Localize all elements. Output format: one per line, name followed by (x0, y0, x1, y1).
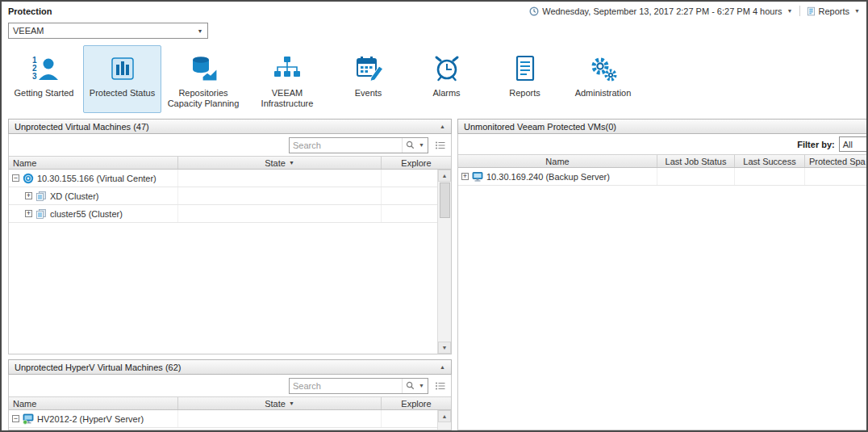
getting-started-icon: 123 (28, 51, 61, 86)
table-header: Name Last Job Status Last Success Protec… (458, 154, 868, 168)
table-row[interactable]: HV2012-2 (HyperV Server) (9, 410, 437, 428)
unmonitored-vms-table: Name Last Job Status Last Success Protec… (458, 154, 868, 430)
right-column: Unmonitored Veeam Protected VMs(0) Filte… (457, 119, 868, 430)
expand-toggle-icon[interactable] (25, 210, 32, 217)
column-header-name[interactable]: Name (9, 157, 178, 169)
ribbon-item-label: Events (355, 88, 382, 99)
ribbon-item-events[interactable]: Events (329, 45, 407, 113)
backup-server-icon (472, 171, 483, 182)
row-name: cluster55 (Cluster) (50, 209, 123, 219)
filter-by-label: Filter by: (797, 140, 834, 149)
explore-cell (382, 170, 437, 187)
table-row[interactable]: cluster55 (Cluster) (9, 205, 437, 223)
expand-toggle-icon[interactable] (461, 173, 469, 180)
dashboard-selector-row: VEEAM (2, 20, 866, 42)
search-box (289, 378, 428, 394)
search-icon (406, 381, 415, 390)
ribbon-item-veeam-infrastructure[interactable]: VEEAM Infrastructure (245, 45, 329, 113)
table-row[interactable]: 10.30.169.240 (Backup Server) (458, 168, 868, 186)
protected-status-icon (106, 51, 139, 86)
collapse-panel-icon[interactable] (440, 124, 445, 129)
alarms-icon (431, 51, 463, 86)
column-header-protected-space[interactable]: Protected Spa (805, 155, 868, 167)
ribbon-item-repositories-capacity-planning[interactable]: Repositories Capacity Planning (161, 45, 245, 113)
time-range-selector[interactable]: Wednesday, September 13, 2017 2:27 PM - … (529, 6, 792, 16)
protection-dashboard: Protection Wednesday, September 13, 2017… (0, 0, 868, 432)
column-header-state[interactable]: State (178, 157, 382, 169)
left-column: Unprotected Virtual Machines (47) (8, 119, 452, 430)
chevron-down-icon (854, 8, 860, 14)
state-cell (178, 410, 382, 427)
explore-cell (382, 205, 437, 222)
table-header: Name State Explore (9, 396, 451, 410)
ribbon-item-label: Administration (575, 88, 632, 99)
filter-select[interactable]: All (839, 136, 868, 152)
ribbon-item-protected-status[interactable]: Protected Status (83, 45, 161, 113)
hyperv-server-icon (23, 413, 34, 425)
table-row[interactable]: 10.30.155.166 (Virtual Center) (9, 170, 437, 187)
ribbon-item-reports[interactable]: Reports (486, 45, 564, 113)
panel-title: Unprotected HyperV Virtual Machines (62) (15, 363, 181, 372)
unprotected-hyperv-table: Name State Explore (9, 396, 451, 430)
panel-body: Name State Explore (8, 375, 452, 430)
ribbon-item-label: Repositories Capacity Planning (165, 88, 241, 109)
search-icon (406, 141, 415, 149)
row-name: HV2012-2 (HyperV Server) (37, 414, 144, 424)
column-header-state[interactable]: State (178, 397, 382, 409)
repositories-capacity-planning-icon (187, 51, 219, 86)
table-row[interactable]: XD (Cluster) (9, 187, 437, 205)
unprotected-hyperv-panel: Unprotected HyperV Virtual Machines (62) (8, 359, 452, 430)
protected-space-cell (805, 168, 868, 185)
grid-toolbar (9, 375, 451, 396)
vertical-scrollbar[interactable] (437, 170, 451, 354)
panel-title: Unprotected Virtual Machines (47) (15, 122, 149, 132)
search-button[interactable] (402, 138, 428, 153)
table-options-button[interactable] (434, 140, 447, 151)
column-header-name[interactable]: Name (9, 397, 178, 409)
collapse-toggle-icon[interactable] (12, 174, 19, 182)
filter-row: Filter by: All (458, 134, 868, 154)
column-header-last-success[interactable]: Last Success (735, 155, 805, 167)
dashboard-selector[interactable]: VEEAM (8, 23, 208, 39)
virtual-center-icon (23, 173, 34, 184)
expand-toggle-icon[interactable] (25, 192, 32, 199)
scroll-down-button[interactable] (438, 342, 451, 354)
ribbon-item-administration[interactable]: Administration (564, 45, 642, 113)
ribbon-item-label: Getting Started (15, 88, 74, 99)
collapse-toggle-icon[interactable] (12, 415, 19, 422)
clock-icon (529, 6, 539, 16)
search-input[interactable] (290, 141, 402, 150)
column-header-explore[interactable]: Explore (382, 397, 451, 409)
table-options-icon (435, 381, 446, 391)
chevron-down-icon (289, 401, 294, 406)
ribbon-item-label: VEEAM Infrastructure (249, 88, 325, 109)
column-header-last-job-status[interactable]: Last Job Status (657, 155, 735, 167)
state-cell (178, 170, 382, 187)
table-header: Name State Explore (9, 156, 451, 170)
column-header-name[interactable]: Name (458, 155, 657, 167)
table-options-button[interactable] (434, 380, 447, 392)
column-header-explore[interactable]: Explore (382, 157, 451, 169)
panel-title: Unmonitored Veeam Protected VMs(0) (464, 122, 616, 132)
chevron-down-icon (787, 8, 793, 14)
main-content: Unprotected Virtual Machines (47) (2, 115, 866, 430)
ribbon-item-getting-started[interactable]: 123 Getting Started (5, 45, 83, 113)
table-body: 10.30.155.166 (Virtual Center) (9, 170, 451, 354)
dashboard-selector-value: VEEAM (13, 26, 44, 36)
panel-body: Name State Explore (8, 134, 452, 354)
collapse-panel-icon[interactable] (440, 364, 445, 370)
ribbon-nav: 123 Getting Started Protected Status Rep… (2, 42, 866, 115)
ribbon-item-alarms[interactable]: Alarms (407, 45, 486, 113)
scroll-up-button[interactable] (438, 170, 451, 182)
table-body: 10.30.169.240 (Backup Server) (458, 168, 868, 430)
administration-icon (587, 51, 620, 86)
scroll-up-button[interactable] (438, 410, 451, 422)
scroll-thumb[interactable] (440, 182, 450, 218)
search-input[interactable] (290, 381, 402, 391)
report-page-icon (807, 6, 816, 16)
reports-menu-button[interactable]: Reports (807, 6, 860, 16)
search-button[interactable] (402, 379, 428, 393)
cluster-icon (35, 191, 47, 202)
vertical-scrollbar[interactable] (437, 410, 451, 430)
top-header: Protection Wednesday, September 13, 2017… (2, 2, 866, 20)
